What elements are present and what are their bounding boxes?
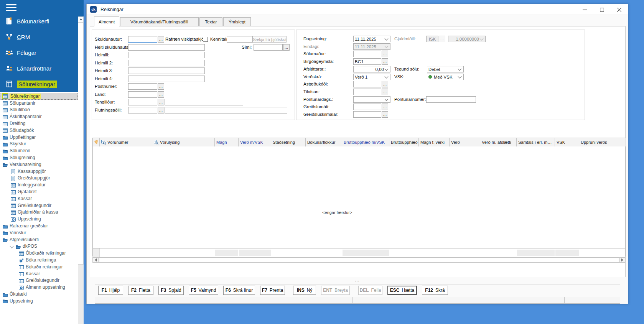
- dagsetning-dropdown[interactable]: 11.11.2025: [353, 36, 390, 42]
- tree-item-kassauppgjor[interactable]: Kassauppgjör: [0, 168, 78, 175]
- action-button-f5-valmynd[interactable]: F5Valmynd: [189, 286, 218, 295]
- tree-item-bokadir-reikningar[interactable]: Bókaðir reikningar: [0, 263, 78, 270]
- action-button-esc-haetta[interactable]: ESCHætta: [387, 286, 417, 295]
- splitter-handle[interactable]: …: [346, 278, 369, 282]
- tree-item-obokadir-reikningar[interactable]: Óbókaðir reikningar: [0, 250, 78, 257]
- tree-item-almenn-uppsetning[interactable]: Almenn uppsetning: [0, 284, 78, 291]
- tree-item-greidsluuppgjor[interactable]: Greiðsluuppgjör: [0, 175, 78, 182]
- tree-item-solugreining[interactable]: Sölugreining: [0, 154, 78, 161]
- tree-item-greidslutegundir[interactable]: Greiðslutegundir: [0, 277, 78, 284]
- tree-item-kassar[interactable]: Kassar: [0, 270, 78, 277]
- tab-vorumottakandi-flutningsadili[interactable]: Vörumóttakandi/Flutningsaðili: [120, 17, 199, 26]
- column-header-vorunumer[interactable]: Vörunúmer: [100, 138, 152, 146]
- column-header-magn-f-verki[interactable]: Magn f. verki: [419, 138, 450, 146]
- minimize-button[interactable]: [576, 4, 593, 15]
- tree-item-uppsetning[interactable]: Uppsetning: [0, 215, 78, 222]
- tree-item-solupantanir[interactable]: Sölupantanir: [0, 100, 78, 107]
- heimili-3-input[interactable]: [128, 67, 205, 74]
- pontunardags-dropdown[interactable]: [353, 96, 390, 103]
- solumadur-lookup-button[interactable]: …: [382, 51, 388, 57]
- greidslumati-lookup-button[interactable]: …: [382, 104, 388, 110]
- tegund-solu-dropdown[interactable]: Debet: [427, 66, 464, 72]
- afslattarpr-dropdown[interactable]: 0,00: [353, 66, 390, 72]
- verdskra-dropdown[interactable]: Verð 1: [353, 74, 390, 80]
- tree-item-rafraenar-greidslur[interactable]: Rafrænar greiðslur: [0, 222, 78, 229]
- fetch-national-registry-button[interactable]: Sækja frá þjóðskrá: [253, 36, 287, 43]
- tree-item-boka-reikninga[interactable]: Bóka reikninga: [0, 257, 78, 263]
- tree-item-solutilbod[interactable]: Sölutilboð: [0, 107, 78, 113]
- birgdageymsla-lookup-button[interactable]: …: [382, 58, 388, 65]
- greidsluskilmalar-input[interactable]: [353, 111, 381, 118]
- postnumer-input[interactable]: [128, 83, 157, 90]
- action-button-f6-skra-linur[interactable]: F6Skrá línur: [223, 286, 255, 295]
- column-header-verd-m-afslaetti[interactable]: Verð m. afslætti: [480, 138, 517, 146]
- tree-item-gjaldmidlar-a-kassa[interactable]: Gjaldmiðlar á kassa: [0, 209, 78, 216]
- tree-item-dkpos[interactable]: dkPOS: [0, 243, 78, 250]
- column-header-uppruni-verds[interactable]: Uppruni verðs: [579, 138, 626, 146]
- maximize-button[interactable]: [593, 4, 611, 15]
- tree-item-kassar[interactable]: Kassar: [0, 195, 78, 202]
- sidebar-scrollbar[interactable]: [78, 0, 84, 324]
- column-header-bokunarflokkur[interactable]: Bókunarflokkur: [306, 138, 342, 146]
- column-header-vsk[interactable]: VSK: [555, 138, 579, 146]
- scroll-left-button[interactable]: [93, 258, 99, 262]
- scrollbar-track[interactable]: [78, 265, 84, 324]
- flutningsadili-lookup-button[interactable]: …: [158, 107, 164, 113]
- kennitala-input[interactable]: [227, 36, 253, 43]
- greidsluskilmalar-lookup-button[interactable]: …: [382, 111, 388, 118]
- close-button[interactable]: [611, 4, 628, 15]
- land-input[interactable]: [128, 91, 157, 98]
- menu-item-solureikningar[interactable]: Sölureikningar: [0, 78, 78, 90]
- tree-item-dreifing[interactable]: Dreifing: [0, 120, 78, 127]
- action-button-f7-prenta[interactable]: F7Prenta: [260, 286, 285, 295]
- tree-item-uppflettingar[interactable]: Uppflettingar: [0, 134, 78, 141]
- menu-item-felagar[interactable]: Félagar: [0, 47, 78, 58]
- tengilidur-lookup-button[interactable]: …: [158, 99, 164, 105]
- tree-item-vinnslur[interactable]: Vinnslur: [0, 229, 78, 236]
- column-header-bruttoupphaed-m-vsk[interactable]: Brúttóupphæð m/VSK: [342, 138, 389, 146]
- tilvisun-lookup-button[interactable]: …: [382, 89, 388, 95]
- column-header-vorulysing[interactable]: Vörulýsing: [152, 138, 215, 146]
- scroll-right-button[interactable]: [619, 258, 625, 262]
- column-header-samtals-i-erl-m[interactable]: Samtals í erl. m…: [517, 138, 555, 146]
- action-button-f2-fletta[interactable]: F2Fletta: [128, 286, 153, 295]
- column-header-verd-m-vsk[interactable]: Verð m/VSK: [239, 138, 271, 146]
- astaedukodi-input[interactable]: [353, 81, 381, 87]
- column-header-marker[interactable]: [93, 138, 100, 146]
- solumadur-input[interactable]: [353, 51, 381, 57]
- eindagi-dropdown[interactable]: 11.11.2025: [353, 43, 390, 50]
- pontunarnumer-input[interactable]: [426, 96, 476, 103]
- tree-item-soludagbok[interactable]: Söludagbók: [0, 127, 78, 134]
- menu-item-crm[interactable]: CRM: [0, 31, 78, 43]
- menu-item-bokunarkerfi[interactable]: Bókunarkerfi: [0, 15, 78, 27]
- menu-item-lanardrottnar[interactable]: Lánardrottnar: [0, 62, 78, 74]
- scrollbar-thumb[interactable]: [78, 22, 84, 265]
- action-button-ins-ny[interactable]: INSNý: [293, 286, 316, 295]
- tilvisun-input[interactable]: [353, 89, 381, 95]
- tree-item-okutaeki[interactable]: Ökutæki: [0, 291, 78, 298]
- hscroll-thumb[interactable]: [99, 258, 619, 262]
- flutningsadili-input[interactable]: [128, 107, 157, 113]
- grid-horizontal-scrollbar[interactable]: [92, 257, 626, 263]
- tree-item-solumenn[interactable]: Sölumenn: [0, 147, 78, 154]
- electronic-docs-checkbox[interactable]: [203, 37, 208, 42]
- column-header-verd[interactable]: Verð: [450, 138, 480, 146]
- tree-item-solureikningar[interactable]: Sölureikningar: [0, 93, 78, 100]
- tab-almennt[interactable]: Almennt: [94, 16, 119, 26]
- tree-item-uppsetning[interactable]: Uppsetning: [0, 298, 78, 304]
- scroll-up-button[interactable]: [78, 16, 84, 22]
- simi-lookup-button[interactable]: …: [283, 44, 290, 51]
- flutningsadili-name-input[interactable]: [165, 107, 287, 113]
- tengilidur-name-input[interactable]: [165, 99, 243, 105]
- hamburger-menu-icon[interactable]: [6, 4, 18, 13]
- tengilidur-input[interactable]: [128, 99, 157, 105]
- land-lookup-button[interactable]: …: [158, 91, 164, 98]
- tree-item-greidslutegundir[interactable]: Greiðslutegundir: [0, 202, 78, 209]
- heiti-skuldunauts-input[interactable]: [128, 44, 205, 51]
- grid-body[interactable]: <engar færslur>: [93, 146, 625, 248]
- heimili-2-input[interactable]: [128, 60, 205, 66]
- column-header-bruttoupphaed[interactable]: Brúttóupphæð: [389, 138, 419, 146]
- greidslumati-input[interactable]: [353, 104, 381, 110]
- skuldunautur-input[interactable]: [128, 36, 157, 43]
- action-button-f3-spjald[interactable]: F3Spjald: [158, 286, 184, 295]
